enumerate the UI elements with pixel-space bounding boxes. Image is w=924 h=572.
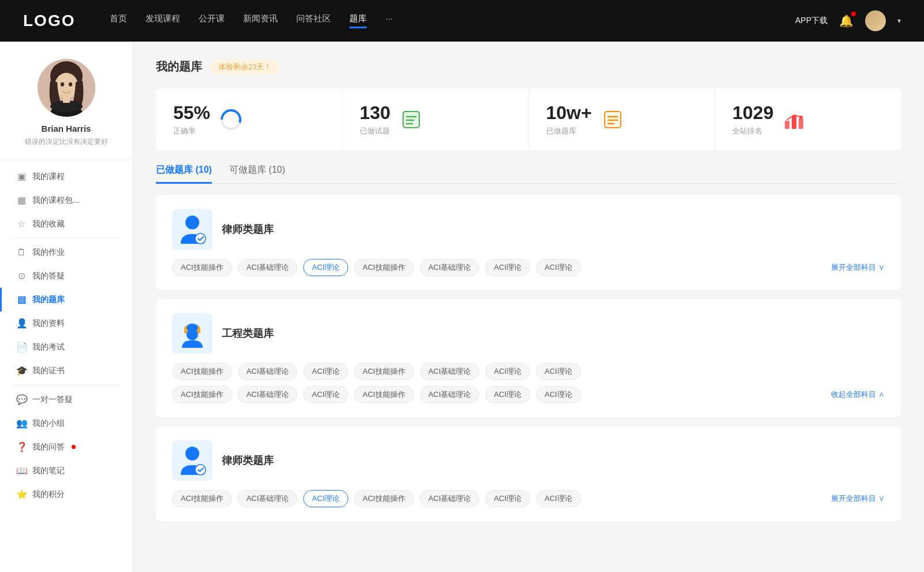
nav-news[interactable]: 新闻资讯 — [243, 13, 278, 28]
sidebar-item-qbank[interactable]: ▤ 我的题库 — [0, 288, 132, 311]
sidebar-item-group[interactable]: 👥 我的小组 — [0, 411, 132, 435]
expand-btn-1[interactable]: 展开全部科目 ∨ — [831, 262, 885, 273]
tab-done-banks[interactable]: 已做题库 (10) — [156, 164, 212, 183]
tag-1-2[interactable]: ACI理论 — [303, 259, 348, 276]
qbank-name-1: 律师类题库 — [222, 222, 274, 236]
sidebar-item-qa[interactable]: ⊙ 我的答疑 — [0, 264, 132, 288]
sidebar-menu: ▣ 我的课程 ▦ 我的课程包... ☆ 我的收藏 🗒 我的作业 ⊙ 我的答疑 ▤ — [0, 159, 132, 512]
sidebar-item-homework[interactable]: 🗒 我的作业 — [0, 241, 132, 264]
nav-opencourse[interactable]: 公开课 — [199, 13, 225, 28]
tag-2a-4[interactable]: ACI基础理论 — [420, 363, 480, 380]
sidebar-item-label: 我的积分 — [32, 489, 65, 500]
svg-point-4 — [61, 83, 64, 87]
qbank-name-2: 工程类题库 — [222, 326, 274, 340]
tag-1-5[interactable]: ACI理论 — [485, 259, 530, 276]
packages-icon: ▦ — [16, 195, 27, 206]
avatar-image — [38, 59, 95, 117]
sidebar-item-label: 我的答疑 — [32, 271, 65, 281]
tag-2b-6[interactable]: ACI理论 — [536, 386, 581, 403]
sidebar-item-notes[interactable]: 📖 我的笔记 — [0, 459, 132, 482]
sidebar-item-courses[interactable]: ▣ 我的课程 — [0, 165, 132, 188]
stat-value-done-q: 130 — [360, 102, 390, 124]
tag-2a-1[interactable]: ACI基础理论 — [238, 363, 298, 380]
nav-discover[interactable]: 发现课程 — [146, 13, 180, 28]
tag-2b-3[interactable]: ACI技能操作 — [354, 386, 414, 403]
sidebar-item-course-packages[interactable]: ▦ 我的课程包... — [0, 188, 132, 212]
main-layout: Brian Harris 错误的决定比没有决定要好 ▣ 我的课程 ▦ 我的课程包… — [0, 42, 924, 572]
notification-bell[interactable]: 🔔 — [839, 14, 854, 28]
tag-2a-2[interactable]: ACI理论 — [303, 363, 348, 380]
svg-rect-18 — [785, 121, 789, 129]
sidebar-item-label: 我的笔记 — [32, 466, 65, 476]
tags-row-2b: ACI技能操作 ACI基础理论 ACI理论 ACI技能操作 ACI基础理论 AC… — [172, 386, 885, 403]
svg-point-23 — [195, 233, 206, 244]
menu-divider — [12, 238, 121, 239]
sidebar-item-questions[interactable]: ❓ 我的问答 — [0, 435, 132, 459]
stat-accuracy: 55% 正确率 — [156, 88, 342, 150]
app-download-btn[interactable]: APP下载 — [795, 16, 828, 26]
questions-icon: ❓ — [16, 441, 27, 452]
qbank-icon-engineer — [172, 313, 213, 354]
expand-btn-3[interactable]: 展开全部科目 ∨ — [831, 493, 885, 504]
tag-1-3[interactable]: ACI技能操作 — [354, 259, 414, 276]
sidebar-item-points[interactable]: ⭐ 我的积分 — [0, 482, 132, 506]
sidebar-item-one-on-one[interactable]: 💬 一对一答疑 — [0, 388, 132, 411]
tab-available-banks[interactable]: 可做题库 (10) — [229, 164, 285, 183]
nav-qbank[interactable]: 题库 — [349, 13, 367, 28]
nav-qa[interactable]: 问答社区 — [296, 13, 331, 28]
tag-1-0[interactable]: ACI技能操作 — [172, 259, 232, 276]
sidebar-item-certs[interactable]: 🎓 我的证书 — [0, 359, 132, 382]
tag-3-3[interactable]: ACI技能操作 — [354, 490, 414, 507]
sidebar-profile: Brian Harris 错误的决定比没有决定要好 — [0, 59, 132, 159]
stat-label-done-b: 已做题库 — [546, 126, 592, 136]
tag-2a-3[interactable]: ACI技能操作 — [354, 363, 414, 380]
tag-2b-0[interactable]: ACI技能操作 — [172, 386, 232, 403]
sidebar-item-favorites[interactable]: ☆ 我的收藏 — [0, 212, 132, 236]
qbank-icon: ▤ — [16, 294, 27, 305]
one-on-one-icon: 💬 — [16, 394, 27, 405]
tag-2b-1[interactable]: ACI基础理论 — [238, 386, 298, 403]
tag-3-1[interactable]: ACI基础理论 — [238, 490, 298, 507]
svg-rect-6 — [63, 96, 70, 103]
user-menu-arrow[interactable]: ▾ — [897, 17, 901, 25]
tag-2b-4[interactable]: ACI基础理论 — [420, 386, 480, 403]
sidebar-item-label: 我的资料 — [32, 318, 65, 329]
stat-done-banks: 10w+ 已做题库 — [529, 88, 716, 150]
sidebar-item-label: 我的问答 — [32, 442, 65, 452]
points-icon: ⭐ — [16, 489, 27, 500]
logo[interactable]: LOGO — [23, 12, 75, 30]
sidebar-item-label: 一对一答疑 — [32, 395, 73, 405]
tag-2a-5[interactable]: ACI理论 — [485, 363, 530, 380]
sidebar-item-profile[interactable]: 👤 我的资料 — [0, 311, 132, 335]
notes-icon: 📖 — [16, 465, 27, 476]
tabs-row: 已做题库 (10) 可做题库 (10) — [156, 164, 901, 184]
stat-label-accuracy: 正确率 — [173, 126, 210, 136]
tag-2b-5[interactable]: ACI理论 — [485, 386, 530, 403]
courses-icon: ▣ — [16, 171, 27, 182]
tag-2a-6[interactable]: ACI理论 — [536, 363, 581, 380]
tag-1-4[interactable]: ACI基础理论 — [420, 259, 480, 276]
nav-more[interactable]: ··· — [385, 13, 393, 28]
stat-value-accuracy: 55% — [173, 102, 210, 124]
tag-2b-2[interactable]: ACI理论 — [303, 386, 348, 403]
nav-home[interactable]: 首页 — [110, 13, 127, 28]
sidebar-item-label: 我的收藏 — [32, 219, 65, 229]
sidebar-item-exams[interactable]: 📄 我的考试 — [0, 335, 132, 359]
tag-3-6[interactable]: ACI理论 — [536, 490, 581, 507]
tag-3-5[interactable]: ACI理论 — [485, 490, 530, 507]
tag-3-2[interactable]: ACI理论 — [303, 490, 348, 507]
tag-2a-0[interactable]: ACI技能操作 — [172, 363, 232, 380]
page-title: 我的题库 — [156, 59, 202, 75]
stat-label-done-q: 已做试题 — [360, 126, 390, 136]
collapse-btn-2[interactable]: 收起全部科目 ∧ — [831, 389, 885, 400]
lawyer-svg-2 — [175, 443, 210, 478]
tag-1-6[interactable]: ACI理论 — [536, 259, 581, 276]
tag-1-1[interactable]: ACI基础理论 — [238, 259, 298, 276]
svg-rect-19 — [792, 116, 796, 129]
tag-3-0[interactable]: ACI技能操作 — [172, 490, 232, 507]
qbank-icon-lawyer-1 — [172, 209, 213, 250]
sidebar-item-label: 我的考试 — [32, 342, 65, 352]
star-icon: ☆ — [16, 218, 27, 229]
tag-3-4[interactable]: ACI基础理论 — [420, 490, 480, 507]
user-avatar-nav[interactable] — [865, 10, 886, 31]
